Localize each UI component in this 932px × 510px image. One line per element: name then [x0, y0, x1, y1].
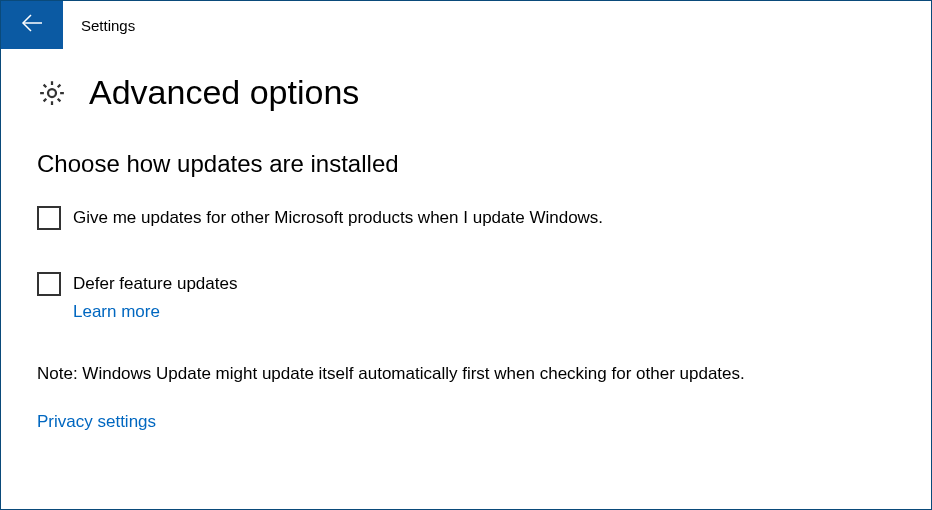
note-text: Note: Windows Update might update itself…	[37, 364, 895, 384]
checkbox-label-update-other-products: Give me updates for other Microsoft prod…	[73, 206, 603, 230]
page-title-row: Advanced options	[37, 73, 895, 112]
header-title: Settings	[81, 17, 135, 34]
learn-more-link[interactable]: Learn more	[73, 302, 160, 321]
back-arrow-icon	[20, 11, 44, 39]
privacy-settings-link[interactable]: Privacy settings	[37, 412, 156, 431]
content: Advanced options Choose how updates are …	[1, 49, 931, 432]
checkbox-label-defer-feature: Defer feature updates	[73, 272, 237, 296]
option-update-other-products: Give me updates for other Microsoft prod…	[37, 206, 895, 230]
header: Settings	[1, 1, 931, 49]
section-heading: Choose how updates are installed	[37, 150, 895, 178]
option-defer-feature: Defer feature updates	[37, 272, 895, 296]
checkbox-defer-feature[interactable]	[37, 272, 61, 296]
back-button[interactable]	[1, 1, 63, 49]
gear-icon	[37, 78, 67, 108]
checkbox-update-other-products[interactable]	[37, 206, 61, 230]
page-title: Advanced options	[89, 73, 359, 112]
svg-point-1	[48, 89, 56, 97]
